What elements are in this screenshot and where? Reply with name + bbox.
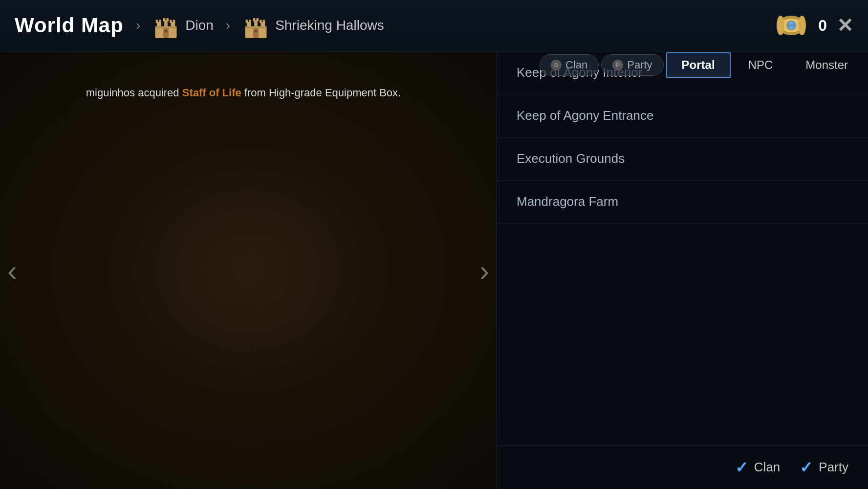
clan-icon: ⊙ <box>551 60 562 70</box>
svg-rect-9 <box>173 20 175 23</box>
badge-count: 0 <box>818 17 827 35</box>
notification-item-name: Staff of Life <box>182 87 241 99</box>
portal-item-keep-entrance[interactable]: Keep of Agony Entrance <box>497 94 868 137</box>
notification-suffix: from High-grade Equipment Box. <box>241 87 401 99</box>
tab-npc[interactable]: NPC <box>733 53 788 77</box>
filter-bar: ⊙ Clan P Party Portal NPC Monster <box>487 49 868 81</box>
clan-checkmark: ✓ <box>735 458 748 477</box>
tab-monster[interactable]: Monster <box>790 53 863 77</box>
svg-point-30 <box>798 16 806 35</box>
bottom-bar: ✓ Clan ✓ Party <box>497 445 868 489</box>
shrieking-hallows-castle-icon <box>242 12 269 39</box>
svg-rect-4 <box>156 20 158 23</box>
nav-arrow-right[interactable]: › <box>479 253 489 287</box>
svg-rect-8 <box>170 20 172 23</box>
svg-rect-25 <box>245 26 267 28</box>
dion-label: Dion <box>185 18 214 33</box>
party-pill-label: Party <box>627 59 652 71</box>
header-right: 0 ✕ <box>774 8 853 43</box>
breadcrumb-shrieking-hallows[interactable]: Shrieking Hallows <box>242 12 384 39</box>
breadcrumb-dion[interactable]: Dion <box>152 12 214 39</box>
svg-rect-6 <box>163 18 165 22</box>
portal-label-execution-grounds: Execution Grounds <box>517 151 625 166</box>
portal-item-execution-grounds[interactable]: Execution Grounds <box>497 137 868 180</box>
party-checkbox-label: Party <box>819 460 848 475</box>
svg-rect-5 <box>159 20 161 23</box>
party-checkmark: ✓ <box>800 458 813 477</box>
svg-rect-22 <box>263 20 265 23</box>
notification-bar: miguinhos acquired Staff of Life from Hi… <box>0 81 487 105</box>
svg-point-24 <box>254 29 258 33</box>
svg-point-29 <box>777 16 784 35</box>
world-map-title: World Map <box>15 14 124 37</box>
map-background <box>0 51 497 489</box>
header: World Map › Dion › <box>0 0 868 51</box>
breadcrumb-arrow-1: › <box>136 18 140 33</box>
svg-rect-20 <box>257 18 259 22</box>
portal-label-mandragora-farm: Mandragora Farm <box>517 194 618 209</box>
svg-point-11 <box>164 29 168 33</box>
close-button[interactable]: ✕ <box>837 16 853 35</box>
shrieking-hallows-label: Shrieking Hallows <box>275 18 384 33</box>
party-checkbox-item[interactable]: ✓ Party <box>800 458 848 477</box>
clan-filter-pill[interactable]: ⊙ Clan <box>540 54 599 76</box>
nav-arrow-left[interactable]: ‹ <box>7 253 17 287</box>
svg-rect-18 <box>249 20 251 23</box>
dion-castle-icon <box>152 12 179 39</box>
notification-prefix: miguinhos acquired <box>86 87 182 99</box>
clan-pill-label: Clan <box>565 59 587 71</box>
scroll-icon <box>774 8 808 43</box>
svg-rect-17 <box>246 20 248 23</box>
svg-rect-21 <box>260 20 261 23</box>
right-panel: Keep of Agony Interior Keep of Agony Ent… <box>497 51 868 445</box>
clan-checkbox-item[interactable]: ✓ Clan <box>735 458 780 477</box>
portal-label-keep-entrance: Keep of Agony Entrance <box>517 108 653 123</box>
svg-rect-7 <box>167 18 169 22</box>
svg-rect-12 <box>155 26 177 28</box>
svg-rect-19 <box>253 18 255 22</box>
portal-item-mandragora-farm[interactable]: Mandragora Farm <box>497 180 868 223</box>
clan-checkbox-label: Clan <box>754 460 780 475</box>
tab-portal[interactable]: Portal <box>666 52 731 78</box>
party-icon: P <box>612 60 623 70</box>
breadcrumb-arrow-2: › <box>226 18 230 33</box>
map-area: ‹ › <box>0 51 497 489</box>
party-filter-pill[interactable]: P Party <box>601 54 663 76</box>
